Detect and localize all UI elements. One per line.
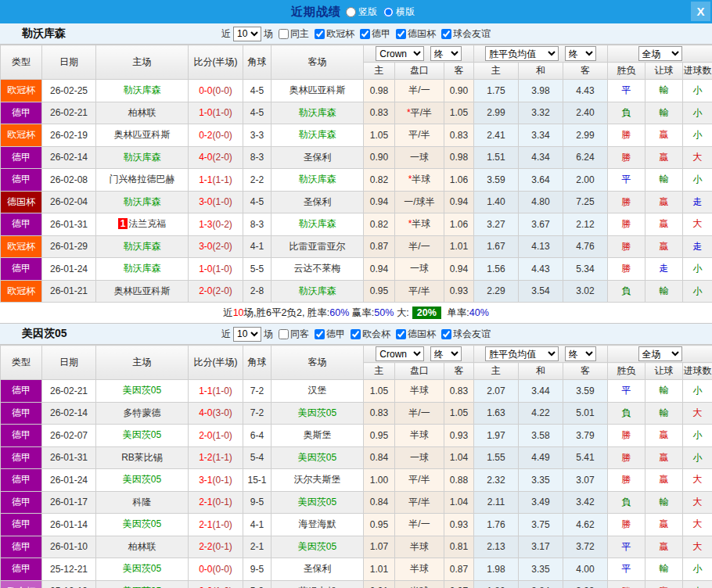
away-team-name[interactable]: 海登海默	[299, 518, 336, 529]
competition-filter[interactable]: 欧会杯	[345, 328, 390, 341]
away-team-name[interactable]: 勒沃库森	[299, 129, 336, 140]
avg-odds-select[interactable]: 胜平负均值	[485, 346, 559, 361]
home-team[interactable]: 美因茨05	[96, 558, 189, 581]
away-team-name[interactable]: 勒沃库森	[299, 107, 336, 118]
competition-filter-checkbox[interactable]	[396, 29, 406, 39]
home-team[interactable]: 美因茨05	[96, 514, 189, 536]
radio-horizontal[interactable]: 横版	[383, 5, 415, 19]
away-team[interactable]: 云达不莱梅	[271, 258, 364, 281]
competition-filter-checkbox[interactable]	[315, 329, 325, 339]
away-team-name[interactable]: 沃尔夫斯堡	[294, 474, 341, 485]
away-team-name[interactable]: 圣保利	[304, 563, 332, 574]
odds-stage-select[interactable]: 终	[430, 346, 462, 361]
home-team[interactable]: 奥林匹亚科斯	[96, 124, 189, 147]
away-team-name[interactable]: 美因茨05	[298, 407, 336, 418]
bookmaker-select[interactable]: Crown	[376, 346, 424, 361]
competition-filter-checkbox[interactable]	[360, 29, 370, 39]
home-team-name[interactable]: 勒沃库森	[124, 152, 161, 163]
away-team-name[interactable]: 勒沃库森	[299, 285, 336, 296]
away-team-name[interactable]: 美因茨05	[298, 541, 336, 552]
home-team[interactable]: 美因茨05	[96, 580, 189, 588]
away-team-name[interactable]: 奥林匹亚科斯	[289, 84, 346, 95]
avg-stage-select[interactable]: 终	[565, 346, 596, 361]
away-team-name[interactable]: 勒沃库森	[299, 218, 336, 229]
away-team[interactable]: 汉堡	[271, 380, 364, 403]
competition-filter-checkbox[interactable]	[351, 329, 361, 339]
competition-filter-checkbox[interactable]	[396, 329, 406, 339]
recent-count-select[interactable]: 10	[233, 327, 261, 342]
home-team[interactable]: RB莱比锡	[96, 446, 189, 469]
same-venue-filter[interactable]: 同主	[273, 27, 309, 41]
competition-filter-checkbox[interactable]	[441, 329, 451, 339]
away-team[interactable]: 奥斯堡	[271, 425, 364, 447]
home-team[interactable]: 勒沃库森	[96, 235, 189, 258]
competition-filter[interactable]: 德甲	[309, 328, 345, 341]
away-team[interactable]: 美因茨05	[271, 536, 364, 558]
away-team[interactable]: 圣保利	[271, 191, 364, 213]
radio-vertical[interactable]: 竖版	[346, 5, 377, 19]
odds-stage-select[interactable]: 终	[430, 46, 462, 61]
away-team[interactable]: 美因茨05	[271, 446, 364, 469]
home-team-name[interactable]: 科隆	[133, 497, 152, 507]
competition-filter-checkbox[interactable]	[315, 29, 325, 39]
home-team-name[interactable]: 勒沃库森	[124, 263, 161, 274]
home-team[interactable]: 1法兰克福	[96, 213, 189, 236]
away-team[interactable]: 海登海默	[271, 514, 364, 536]
away-team[interactable]: 圣保利	[271, 558, 364, 581]
home-team-name[interactable]: 多特蒙德	[124, 407, 161, 418]
away-team[interactable]: 圣保利	[271, 146, 364, 169]
home-team[interactable]: 多特蒙德	[96, 402, 189, 425]
home-team[interactable]: 奥林匹亚科斯	[96, 280, 189, 303]
avg-odds-select[interactable]: 胜平负均值	[485, 46, 559, 61]
same-venue-checkbox[interactable]	[279, 29, 289, 39]
away-team[interactable]: 勒沃库森	[271, 213, 364, 236]
away-team[interactable]: 美因茨05	[271, 491, 364, 514]
away-team-name[interactable]: 圣保利	[304, 196, 332, 207]
home-team[interactable]: 门兴格拉德巴赫	[96, 169, 189, 192]
competition-filter[interactable]: 球会友谊	[436, 328, 491, 341]
away-team[interactable]: 勒沃库森	[271, 169, 364, 192]
away-team[interactable]: 萨姆士邦	[271, 580, 364, 588]
competition-filter[interactable]: 德国杯	[390, 328, 436, 341]
radio-horizontal-input[interactable]	[383, 7, 394, 17]
scope-select[interactable]: 全场	[638, 46, 682, 61]
away-team[interactable]: 勒沃库森	[271, 102, 364, 124]
recent-count-select[interactable]: 10	[233, 27, 261, 41]
home-team-name[interactable]: 门兴格拉德巴赫	[110, 174, 175, 185]
home-team-name[interactable]: 勒沃库森	[124, 196, 161, 207]
competition-filter[interactable]: 德国杯	[390, 27, 436, 41]
home-team-name[interactable]: 勒沃库森	[124, 84, 161, 95]
home-team-name[interactable]: RB莱比锡	[121, 452, 163, 463]
away-team-name[interactable]: 比雷亚雷亚尔	[289, 241, 346, 252]
home-team[interactable]: 科隆	[96, 491, 189, 514]
away-team[interactable]: 奥林匹亚科斯	[271, 80, 364, 102]
bookmaker-select[interactable]: Crown	[376, 46, 424, 61]
away-team-name[interactable]: 奥斯堡	[304, 429, 332, 440]
competition-filter-checkbox[interactable]	[441, 29, 451, 39]
away-team-name[interactable]: 勒沃库森	[299, 174, 336, 185]
home-team[interactable]: 美因茨05	[96, 425, 189, 447]
away-team-name[interactable]: 美因茨05	[298, 452, 336, 463]
home-team[interactable]: 柏林联	[96, 536, 189, 558]
home-team[interactable]: 美因茨05	[96, 380, 189, 403]
away-team-name[interactable]: 圣保利	[304, 152, 332, 163]
home-team-name[interactable]: 奥林匹亚科斯	[114, 129, 171, 140]
home-team-name[interactable]: 勒沃库森	[124, 241, 161, 252]
away-team[interactable]: 比雷亚雷亚尔	[271, 235, 364, 258]
scope-select[interactable]: 全场	[638, 346, 682, 361]
home-team-name[interactable]: 法兰克福	[128, 218, 166, 229]
away-team-name[interactable]: 汉堡	[308, 385, 327, 396]
home-team-name[interactable]: 美因茨05	[123, 474, 161, 485]
home-team-name[interactable]: 美因茨05	[123, 385, 161, 396]
same-venue-checkbox[interactable]	[279, 329, 289, 339]
competition-filter[interactable]: 球会友谊	[436, 27, 491, 41]
home-team[interactable]: 勒沃库森	[96, 80, 189, 102]
away-team-name[interactable]: 云达不莱梅	[294, 263, 341, 274]
radio-vertical-input[interactable]	[346, 7, 356, 17]
home-team-name[interactable]: 美因茨05	[123, 563, 161, 574]
home-team-name[interactable]: 柏林联	[128, 107, 156, 118]
competition-filter[interactable]: 欧冠杯	[309, 27, 354, 41]
away-team[interactable]: 美因茨05	[271, 402, 364, 425]
home-team[interactable]: 美因茨05	[96, 469, 189, 492]
home-team-name[interactable]: 美因茨05	[123, 518, 161, 529]
